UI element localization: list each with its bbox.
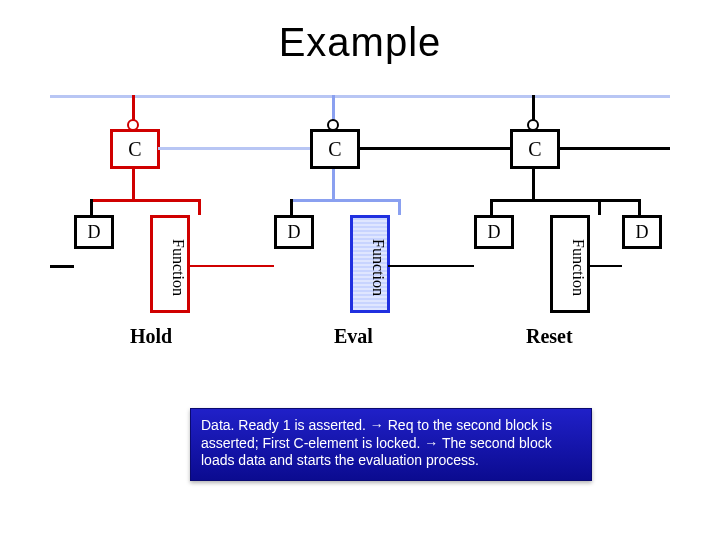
page-title: Example	[0, 20, 720, 65]
d-latch-3: D	[474, 215, 514, 249]
stage-label-reset: Reset	[526, 325, 573, 348]
caption-box: Data. Ready 1 is asserted. → Req to the …	[190, 408, 592, 481]
d-latch-1: D	[74, 215, 114, 249]
wire-req-1-2	[158, 147, 310, 150]
wire-f3-in	[598, 199, 601, 215]
caption-text: Data. Ready 1 is asserted. → Req to the …	[201, 417, 552, 468]
function-block-3: Function	[550, 215, 590, 313]
data-1-2	[188, 265, 274, 267]
stage-label-eval: Eval	[334, 325, 373, 348]
stage-label-hold: Hold	[130, 325, 172, 348]
function-label-1: Function	[169, 233, 187, 296]
wire-f2-in	[398, 199, 401, 215]
wire-c3-down	[532, 169, 535, 199]
data-3-out	[588, 265, 622, 267]
wire-req-2-3	[358, 147, 510, 150]
wire-c1-down	[132, 169, 135, 199]
function-label-2: Function	[369, 233, 387, 296]
function-block-2: Function	[350, 215, 390, 313]
req-rail	[50, 95, 670, 98]
d-latch-2: D	[274, 215, 314, 249]
wire-d1-in	[90, 199, 93, 215]
d-latch-4: D	[622, 215, 662, 249]
pipeline-diagram: C D Function C D Function C D Function D…	[50, 95, 670, 355]
c-element-3: C	[510, 129, 560, 169]
wire-f1-in	[198, 199, 201, 215]
wire-req-out	[558, 147, 670, 150]
wire-d4-in	[638, 199, 641, 215]
c-element-1: C	[110, 129, 160, 169]
wire-d3-in	[490, 199, 493, 215]
wire-c2-h	[290, 199, 400, 202]
wire-d2-in	[290, 199, 293, 215]
c-element-2: C	[310, 129, 360, 169]
data-2-3	[388, 265, 474, 267]
wire-c2-down	[332, 169, 335, 199]
data-in-rail	[50, 265, 74, 268]
function-block-1: Function	[150, 215, 190, 313]
wire-c1-h	[90, 199, 200, 202]
function-label-3: Function	[569, 233, 587, 296]
wire-c3-h	[490, 199, 640, 202]
